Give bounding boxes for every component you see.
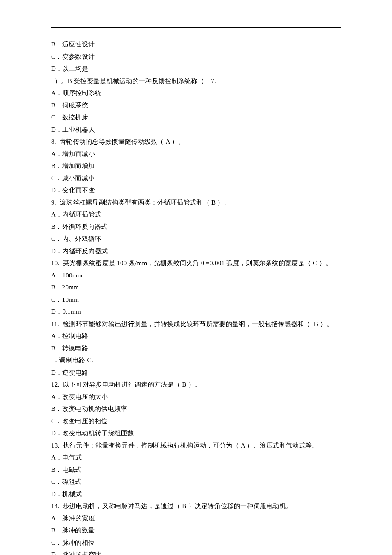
text-line: C．磁阻式 xyxy=(51,476,341,488)
text-line: D．脉冲的占空比 xyxy=(51,549,341,555)
top-rule xyxy=(51,27,341,28)
text-line: 9. 滚珠丝杠螺母副结构类型有两类：外循环插管式和（ B ）。 xyxy=(51,197,341,209)
text-line: A．顺序控制系统 xyxy=(51,87,341,99)
text-line: D．工业机器人 xyxy=(51,124,341,136)
text-line: A．增加而减小 xyxy=(51,148,341,160)
text-line: D．内循环反向器式 xyxy=(51,245,341,257)
text-line: B．增加而增加 xyxy=(51,160,341,172)
text-line: A．改变电压的大小 xyxy=(51,391,341,403)
text-line: C．变参数设计 xyxy=(51,51,341,63)
text-line: D．0.1mm xyxy=(51,306,341,318)
document-body: B．适应性设计C．变参数设计D．以上均是 ）。B 受控变量是机械运动的一种反馈控… xyxy=(51,38,341,555)
text-line: 8. 齿轮传动的总等效惯量随传动级数（ A ）。 xyxy=(51,136,341,148)
text-line: B．适应性设计 xyxy=(51,38,341,51)
text-line: C．10mm xyxy=(51,294,341,306)
text-line: D．逆变电路 xyxy=(51,367,341,379)
text-line: D．变化而不变 xyxy=(51,184,341,197)
text-line: A．内循环插管式 xyxy=(51,208,341,221)
text-line: B．改变电动机的供电频率 xyxy=(51,403,341,415)
text-line: 12. 以下可对异步电动机进行调速的方法是（ B ）。 xyxy=(51,379,341,391)
text-line: C．减小而减小 xyxy=(51,172,341,185)
text-line: C．改变电压的相位 xyxy=(51,415,341,428)
text-line: D．改变电动机转子绕组匝数 xyxy=(51,427,341,439)
text-line: B．外循环反向器式 xyxy=(51,221,341,233)
text-line: C．数控机床 xyxy=(51,111,341,124)
text-line: A．电气式 xyxy=(51,451,341,464)
text-line: A．控制电路 xyxy=(51,330,341,342)
text-line: B．伺服系统 xyxy=(51,99,341,112)
text-line: 11. 检测环节能够对输出进行测量，并转换成比较环节所需要的量纲，一般包括传感器… xyxy=(51,318,341,330)
text-line: ）。B 受控变量是机械运动的一种反馈控制系统称（ 7. xyxy=(51,75,341,87)
text-line: C．内、外双循环 xyxy=(51,233,341,245)
text-line: 10. 某光栅条纹密度是 100 条/mm，光栅条纹间夹角 θ =0.001 弧… xyxy=(51,257,341,269)
text-line: B．20mm xyxy=(51,281,341,294)
text-line: D．机械式 xyxy=(51,488,341,500)
text-line: B．电磁式 xyxy=(51,464,341,476)
text-line: C．脉冲的相位 xyxy=(51,537,341,549)
text-line: 13. 执行元件：能量变换元件，控制机械执行机构运动，可分为（ A ）、液压式和… xyxy=(51,439,341,452)
text-line: A．100mm xyxy=(51,269,341,282)
text-line: D．以上均是 xyxy=(51,63,341,75)
text-line: B．转换电路 xyxy=(51,342,341,355)
text-line: A．脉冲的宽度 xyxy=(51,512,341,525)
text-line: ．调制电路 C. xyxy=(51,354,341,367)
document-page: B．适应性设计C．变参数设计D．以上均是 ）。B 受控变量是机械运动的一种反馈控… xyxy=(0,0,392,555)
text-line: 14. 步进电动机，又称电脉冲马达，是通过（ B ）决定转角位移的一种伺服电动机… xyxy=(51,500,341,512)
text-line: B．脉冲的数量 xyxy=(51,524,341,537)
